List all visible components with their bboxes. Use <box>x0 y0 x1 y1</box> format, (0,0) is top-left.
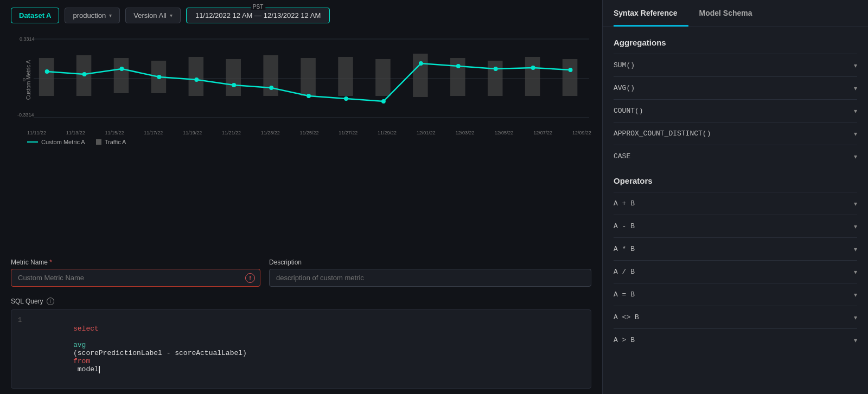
metric-name-group: Metric Name * ! <box>11 259 260 287</box>
y-tick-low: -0.3314 <box>17 112 34 118</box>
agg-count[interactable]: COUNT() ▾ <box>614 99 857 122</box>
chevron-down-icon: ▾ <box>854 85 857 92</box>
operators-section: Operators A + B ▾ A - B ▾ A * B ▾ A / B … <box>614 176 857 351</box>
sql-area: SQL Query i 1 select avg (scorePredictio… <box>0 298 602 394</box>
sql-line-1: 1 select avg (scorePredictionLabel - sco… <box>11 315 591 383</box>
svg-point-28 <box>419 61 423 66</box>
legend-metric: Custom Metric A <box>27 139 85 145</box>
sql-editor[interactable]: 1 select avg (scorePredictionLabel - sco… <box>11 309 591 389</box>
chart-legend: Custom Metric A Traffic A <box>27 139 591 145</box>
form-row: Metric Name * ! Description <box>11 259 591 287</box>
sql-label: SQL Query i <box>11 298 591 305</box>
y-tick-mid: 0 <box>23 77 25 82</box>
sql-code: select avg (scorePredictionLabel - score… <box>31 317 251 382</box>
chevron-down-icon: ▾ <box>854 314 857 321</box>
op-divide[interactable]: A / B ▾ <box>614 260 857 283</box>
svg-rect-13 <box>413 54 428 97</box>
version-dropdown[interactable]: Version All ▾ <box>125 8 181 23</box>
toolbar: Dataset A production ▾ Version All ▾ PST… <box>0 0 602 31</box>
svg-rect-7 <box>189 57 204 96</box>
svg-rect-10 <box>301 58 316 96</box>
svg-rect-15 <box>488 61 503 96</box>
form-area: Metric Name * ! Description <box>0 250 602 298</box>
error-icon: ! <box>245 273 255 283</box>
svg-rect-8 <box>226 59 241 96</box>
chevron-down-icon: ▾ <box>854 153 857 160</box>
svg-point-19 <box>82 72 87 76</box>
chart-area: Custom Metric A 0.3314 0 -0.3314 <box>0 31 602 250</box>
info-icon[interactable]: i <box>47 298 54 305</box>
dataset-label: Dataset A <box>11 8 59 23</box>
agg-case[interactable]: CASE ▾ <box>614 145 857 167</box>
operators-title: Operators <box>614 176 857 185</box>
chevron-down-icon: ▾ <box>854 268 857 276</box>
svg-rect-17 <box>563 59 578 96</box>
description-group: Description <box>269 259 591 287</box>
chevron-down-icon: ▾ <box>854 200 857 208</box>
right-panel: Syntax Reference Model Schema Aggregatio… <box>602 0 868 394</box>
chevron-down-icon: ▾ <box>854 337 857 344</box>
agg-approx-count-distinct[interactable]: APPROX_COUNT_DISTINCT() ▾ <box>614 122 857 145</box>
metric-name-label: Metric Name * <box>11 259 260 266</box>
svg-point-30 <box>494 67 498 71</box>
agg-avg[interactable]: AVG() ▾ <box>614 76 857 99</box>
date-range-picker[interactable]: PST 11/12/2022 12 AM — 12/13/2022 12 AM <box>186 8 330 23</box>
pst-label: PST <box>251 4 265 10</box>
op-not-equals[interactable]: A <> B ▾ <box>614 306 857 328</box>
y-tick-high: 0.3314 <box>20 36 35 42</box>
legend-traffic: Traffic A <box>96 139 126 145</box>
op-greater-than[interactable]: A > B ▾ <box>614 328 857 351</box>
svg-point-27 <box>381 99 386 104</box>
y-axis-label: Custom Metric A <box>25 60 31 99</box>
tab-syntax-reference[interactable]: Syntax Reference <box>614 0 688 27</box>
svg-point-29 <box>456 64 461 68</box>
svg-rect-16 <box>525 57 540 96</box>
line-number: 1 <box>18 317 31 324</box>
svg-point-22 <box>194 77 199 82</box>
chevron-down-icon: ▾ <box>854 291 857 299</box>
chevron-down-icon: ▾ <box>854 62 857 69</box>
legend-square-icon <box>96 139 101 145</box>
chevron-down-icon: ▾ <box>854 107 857 115</box>
op-subtract[interactable]: A - B ▾ <box>614 215 857 237</box>
metric-name-wrapper: ! <box>11 269 260 287</box>
main-panel: Dataset A production ▾ Version All ▾ PST… <box>0 0 602 394</box>
aggregations-title: Aggregations <box>614 38 857 47</box>
tab-model-schema[interactable]: Model Schema <box>699 0 763 27</box>
svg-point-20 <box>120 67 124 71</box>
svg-point-32 <box>569 68 573 72</box>
production-dropdown[interactable]: production ▾ <box>65 8 120 23</box>
description-input[interactable] <box>269 269 591 287</box>
svg-point-21 <box>157 75 161 79</box>
legend-line-icon <box>27 141 38 143</box>
agg-sum[interactable]: SUM() ▾ <box>614 54 857 76</box>
chevron-down-icon: ▾ <box>170 12 173 18</box>
chevron-down-icon: ▾ <box>854 246 857 253</box>
op-add[interactable]: A + B ▾ <box>614 192 857 215</box>
op-multiply[interactable]: A * B ▾ <box>614 237 857 260</box>
reference-content: Aggregations SUM() ▾ AVG() ▾ COUNT() ▾ A… <box>603 27 868 360</box>
svg-point-25 <box>307 94 311 98</box>
svg-point-24 <box>269 86 273 90</box>
op-equals[interactable]: A = B ▾ <box>614 283 857 306</box>
description-label: Description <box>269 259 591 266</box>
svg-point-31 <box>531 66 535 70</box>
chart-container: Custom Metric A 0.3314 0 -0.3314 <box>5 31 591 139</box>
chevron-down-icon: ▾ <box>854 223 857 230</box>
svg-rect-14 <box>450 58 465 96</box>
svg-rect-12 <box>375 59 391 96</box>
x-axis-labels: 11/11/22 11/13/22 11/15/22 11/17/22 11/1… <box>27 128 591 135</box>
svg-point-23 <box>232 83 236 87</box>
metric-name-input[interactable] <box>11 269 260 287</box>
chart-svg <box>34 31 589 126</box>
chevron-down-icon: ▾ <box>109 12 112 18</box>
chevron-down-icon: ▾ <box>854 130 857 138</box>
panel-tabs: Syntax Reference Model Schema <box>603 0 868 27</box>
svg-rect-11 <box>338 57 353 96</box>
svg-rect-5 <box>114 58 129 93</box>
svg-point-26 <box>344 96 348 101</box>
